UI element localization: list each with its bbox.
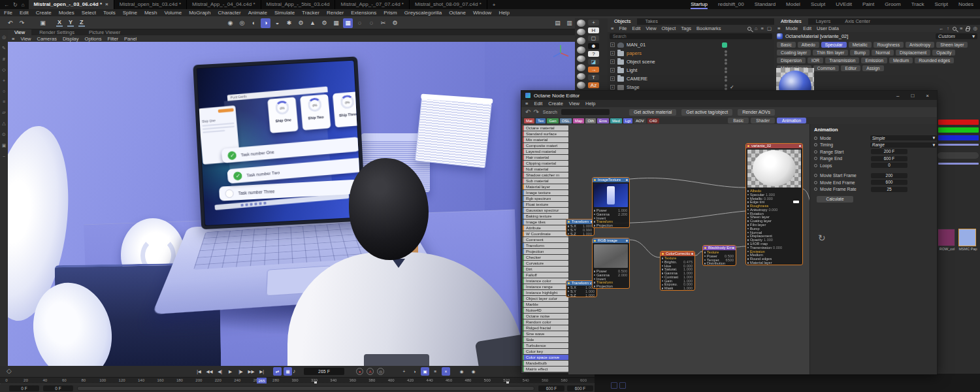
menu-item[interactable]: Create [36, 10, 52, 16]
nav-icon[interactable]: ⌂ [22, 2, 25, 8]
panel-tab[interactable]: Attributes [774, 18, 808, 25]
shading-mode-icon[interactable] [577, 64, 585, 71]
range-end-field-2[interactable]: 600 F [567, 385, 593, 391]
axis-lock-button[interactable]: Z [78, 19, 85, 27]
channel-chip[interactable]: Albedo [798, 42, 819, 48]
layout-tab[interactable]: UVEdit [836, 0, 852, 9]
document-tab[interactable]: Mistral_shot_08-09_07.c4d * × [410, 0, 487, 9]
filter-icon[interactable]: ≡ [960, 25, 962, 31]
objects-menu-item[interactable]: View [645, 25, 656, 31]
expand-icon[interactable]: + [610, 76, 615, 81]
lock-icon[interactable] [966, 28, 970, 31]
menu-item[interactable]: Animate [248, 10, 267, 16]
attribute-field[interactable]: 0 [871, 163, 907, 168]
attribute-dropdown[interactable]: Range▾ [870, 142, 937, 148]
transport-icon[interactable]: |▶ [237, 367, 245, 376]
node-rgb-image[interactable]: RGB image Power0.500Gamma2.000InvertTran… [592, 238, 630, 289]
node-type-item[interactable]: Sub material [523, 178, 568, 184]
node-editor-menu-item[interactable]: View [569, 101, 580, 106]
palette-tile-icon[interactable]: → [588, 67, 599, 73]
filter-chip[interactable]: Oth [585, 118, 596, 123]
viewport-nav-icon[interactable]: ≡ [431, 367, 440, 376]
menu-item[interactable]: Render [327, 10, 344, 16]
tool-icon[interactable]: ◌ [367, 18, 376, 28]
tool-icon[interactable]: ⚙ [319, 18, 329, 28]
range-start-field-2[interactable]: 0 F [43, 385, 73, 391]
window-control-icon[interactable]: × [926, 93, 929, 99]
playback-toggle-icon[interactable]: ▦ [284, 367, 292, 376]
shading-mode-icon[interactable] [577, 46, 585, 54]
hamburger-icon[interactable]: ≡ [611, 25, 613, 31]
transport-icon[interactable]: ▶▶ [247, 367, 255, 376]
node-type-item[interactable]: Ridged fractal [523, 325, 568, 331]
node-type-item[interactable]: Instance highlight [523, 290, 568, 295]
menu-item[interactable]: Prism [384, 10, 397, 16]
expand-icon[interactable]: + [610, 68, 615, 73]
node-type-item[interactable]: Standard surface [523, 131, 568, 137]
visibility-dots[interactable] [725, 67, 727, 74]
viewport-tab[interactable]: Picture Viewer [82, 29, 127, 35]
node-header[interactable]: variante_02 [746, 144, 802, 148]
scene-3d[interactable]: Post Cards Ship One 0% Ship One [8, 42, 575, 366]
timeline-ruler[interactable]: 0204060801001201401601802002202402602803… [0, 377, 595, 384]
panel-action-icon[interactable]: ▢ [767, 25, 772, 31]
inspector-tab[interactable]: Shader [751, 118, 775, 123]
channel-chip[interactable]: Specular [821, 42, 847, 48]
visibility-dots[interactable] [725, 50, 727, 57]
side-tool-icon[interactable]: ▣ [2, 143, 7, 148]
filter-chip[interactable]: Lgt [623, 118, 632, 123]
current-frame-field[interactable]: 265 F [304, 368, 344, 375]
hamburger-icon[interactable]: ≡ [777, 25, 780, 31]
palette-tile-icon[interactable]: ◪ [588, 59, 599, 65]
node-type-item[interactable]: Color space conve [523, 355, 568, 360]
axis-lock-button[interactable]: Y [67, 19, 74, 27]
layout-tab[interactable]: Nodes [958, 0, 973, 9]
object-tree-row[interactable]: + CAMERE [608, 74, 774, 83]
node-type-item[interactable]: Instance range [523, 284, 568, 289]
viewport-menu-item[interactable]: Panel [124, 36, 137, 42]
side-tool-icon[interactable]: # [3, 57, 5, 61]
shading-mode-icon[interactable] [577, 20, 585, 27]
expand-icon[interactable]: + [610, 51, 615, 56]
viewport-menu-item[interactable]: Cameras [37, 36, 57, 42]
side-tool-icon[interactable]: ▱ [2, 110, 5, 115]
node-editor-menu-item[interactable]: Create [548, 101, 563, 106]
menu-item[interactable]: Extensions [351, 10, 376, 16]
timeline-scrollbar[interactable] [77, 386, 534, 391]
node-type-item[interactable]: Hair material [523, 155, 568, 160]
layout-tab[interactable]: Sculpt [811, 0, 825, 9]
render-icon[interactable]: ▥ [564, 18, 574, 28]
history-icon[interactable]: ↷ [17, 18, 27, 28]
attribute-dropdown[interactable]: Simple▾ [870, 135, 937, 140]
node-color-correction[interactable]: ColorCorrectio TextureBrightn.0.475Hue0.… [660, 251, 695, 291]
panel-tab[interactable]: Objects [608, 18, 637, 25]
channel-chip[interactable]: Coating layer [777, 50, 811, 56]
node-type-item[interactable]: Color key [523, 349, 568, 354]
node-type-item[interactable]: Instance color [523, 278, 568, 284]
keyframe-dot-icon[interactable] [814, 181, 817, 184]
expand-icon[interactable]: + [610, 59, 615, 64]
tool-icon[interactable]: ◐ [249, 18, 259, 28]
filter-chip[interactable]: Med [610, 118, 622, 123]
channel-chip[interactable]: IOR [808, 57, 823, 63]
tool-icon[interactable]: ▲ [308, 18, 318, 28]
menu-item[interactable]: File [4, 10, 12, 16]
panel-tab[interactable]: Axis Center [838, 18, 877, 25]
transport-icon[interactable]: ▶ [226, 367, 235, 376]
expand-icon[interactable]: + [610, 85, 615, 90]
transport-icon[interactable]: ◀| [216, 367, 224, 376]
panel-tab[interactable]: Takes [638, 18, 664, 25]
node-type-item[interactable]: W Coordinate [523, 231, 568, 237]
shading-mode-icon[interactable] [577, 37, 585, 44]
filter-chip[interactable]: Tex [536, 118, 546, 123]
object-tree-row[interactable]: + Object scene [608, 57, 774, 66]
tool-icon[interactable]: ◑ [261, 18, 270, 28]
side-tool-icon[interactable]: ✎ [2, 46, 6, 51]
viewport-nav-icon[interactable]: × [442, 367, 450, 376]
record-icon[interactable]: ● [356, 368, 363, 375]
visibility-dots[interactable] [725, 84, 727, 90]
enabled-toggle[interactable] [722, 42, 727, 48]
channel-chip[interactable]: Metallic [849, 42, 872, 48]
palette-tile-icon[interactable]: Az [588, 82, 599, 88]
filter-chip[interactable]: Map [573, 118, 585, 123]
